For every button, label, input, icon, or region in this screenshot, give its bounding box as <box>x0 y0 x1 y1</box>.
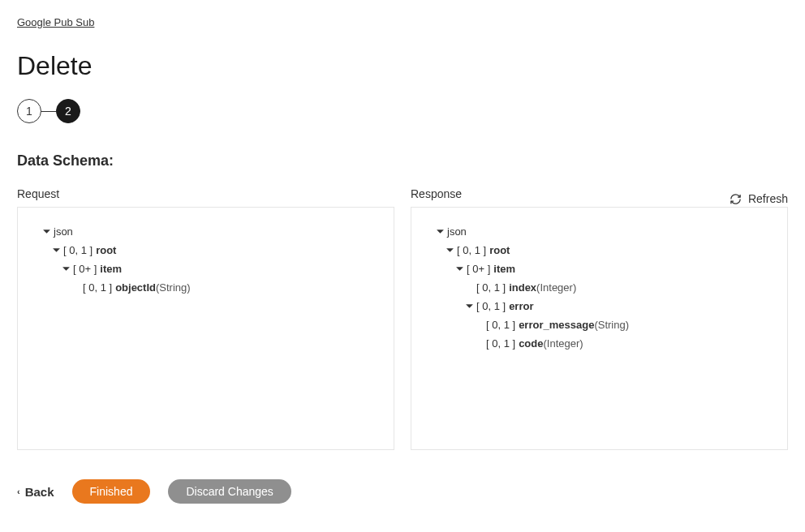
section-heading: Data Schema: <box>17 152 788 169</box>
page-title: Delete <box>17 51 788 81</box>
tree-label: json <box>54 225 73 238</box>
step-connector <box>41 111 56 112</box>
cardinality: [ 0+ ] <box>467 263 490 275</box>
tree-node-objectid[interactable]: [ 0, 1 ] objectId (String) <box>31 278 381 297</box>
node-name: objectId <box>115 281 156 294</box>
node-type: (String) <box>156 281 191 294</box>
tree-node-item[interactable]: [ 0+ ] item <box>31 260 381 278</box>
cardinality: [ 0+ ] <box>73 263 97 275</box>
cardinality: [ 0, 1 ] <box>63 244 93 256</box>
chevron-down-icon <box>58 264 73 273</box>
chevron-down-icon <box>39 227 54 236</box>
back-label: Back <box>25 485 54 499</box>
node-name: root <box>489 244 510 256</box>
tree-node-json[interactable]: json <box>31 222 381 241</box>
tree-node-error[interactable]: [ 0, 1 ] error <box>424 297 774 315</box>
back-link[interactable]: ‹ Back <box>17 485 54 499</box>
cardinality: [ 0, 1 ] <box>486 337 515 350</box>
node-name: code <box>519 337 543 350</box>
footer-actions: ‹ Back Finished Discard Changes <box>17 479 788 504</box>
cardinality: [ 0, 1 ] <box>476 281 506 294</box>
request-schema-box: json [ 0, 1 ] root [ 0+ ] item [ 0, 1 ] … <box>17 207 394 450</box>
chevron-down-icon <box>452 264 467 273</box>
wizard-stepper: 1 2 <box>17 99 788 123</box>
response-panel-label: Response <box>411 187 788 200</box>
node-name: error_message <box>519 319 594 331</box>
cardinality: [ 0, 1 ] <box>83 281 112 294</box>
node-type: (String) <box>594 319 629 331</box>
tree-label: json <box>447 225 467 238</box>
tree-node-index[interactable]: [ 0, 1 ] index (Integer) <box>424 278 774 297</box>
node-name: root <box>96 244 116 256</box>
chevron-down-icon <box>49 246 63 255</box>
tree-node-code[interactable]: [ 0, 1 ] code (Integer) <box>424 334 774 353</box>
breadcrumb-link[interactable]: Google Pub Sub <box>17 16 94 28</box>
finished-button[interactable]: Finished <box>72 479 151 504</box>
node-type: (Integer) <box>543 337 583 350</box>
cardinality: [ 0, 1 ] <box>486 319 515 331</box>
response-schema-box: json [ 0, 1 ] root [ 0+ ] item [ 0, 1 ] … <box>411 207 788 450</box>
tree-node-item[interactable]: [ 0+ ] item <box>424 260 774 278</box>
node-name: index <box>509 281 536 294</box>
tree-node-root[interactable]: [ 0, 1 ] root <box>31 241 381 260</box>
request-panel-label: Request <box>17 187 394 200</box>
chevron-down-icon <box>462 302 476 311</box>
cardinality: [ 0, 1 ] <box>457 244 486 256</box>
tree-node-error-message[interactable]: [ 0, 1 ] error_message (String) <box>424 315 774 334</box>
cardinality: [ 0, 1 ] <box>476 300 506 312</box>
discard-changes-button[interactable]: Discard Changes <box>168 479 291 504</box>
node-name: item <box>493 263 515 275</box>
step-2-active[interactable]: 2 <box>56 99 80 123</box>
chevron-down-icon <box>442 246 457 255</box>
tree-node-root[interactable]: [ 0, 1 ] root <box>424 241 774 260</box>
chevron-left-icon: ‹ <box>17 487 20 496</box>
node-name: error <box>509 300 533 312</box>
node-type: (Integer) <box>536 281 576 294</box>
chevron-down-icon <box>433 227 447 236</box>
node-name: item <box>100 263 122 275</box>
tree-node-json[interactable]: json <box>424 222 774 241</box>
step-1[interactable]: 1 <box>17 99 41 123</box>
